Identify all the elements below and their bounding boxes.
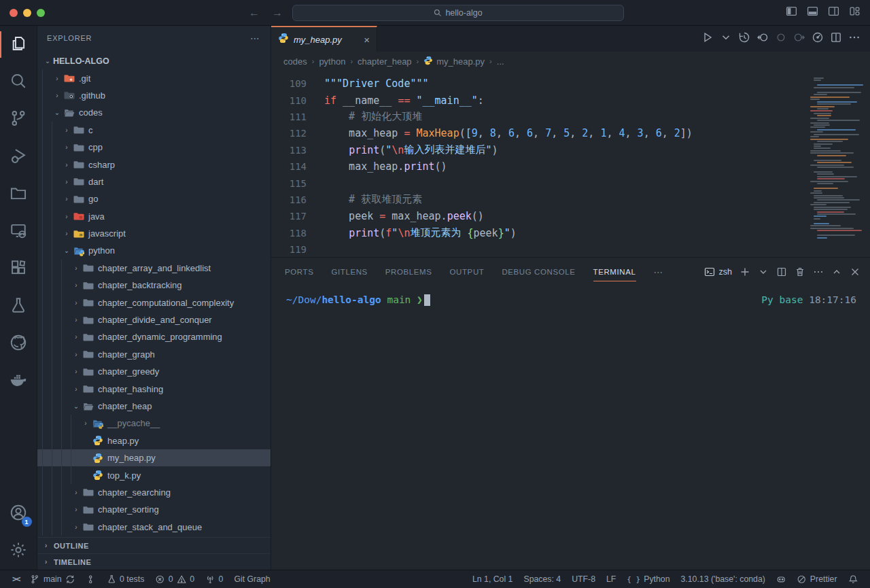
status-git-graph-button[interactable]: Git Graph [228,570,275,588]
tree-file-top-k-py[interactable]: top_k.py [37,466,271,483]
run-dropdown[interactable] [720,31,732,46]
status-ports-button[interactable]: 0 [200,570,228,588]
explorer-more-actions-icon[interactable]: ⋯ [250,33,261,44]
panel-tab-terminal[interactable]: TERMINAL [593,258,636,286]
status-tests-button[interactable]: 0 tests [101,570,150,588]
toggle-panel-icon[interactable] [807,5,818,20]
code-line-109[interactable]: 109"""Driver Code""" [271,75,810,92]
activity-bar-explorer[interactable] [0,26,37,63]
code-line-111[interactable]: 111 # 初始化大顶堆 [271,109,810,125]
activity-bar-accounts[interactable]: 1 [0,495,37,532]
tree-folder-go[interactable]: ›go [37,190,271,207]
tree-folder-chapter-hashing[interactable]: ›chapter_hashing [37,380,271,397]
tree-folder-chapter-graph[interactable]: ›chapter_graph [37,346,271,363]
breadcrumb-item[interactable]: my_heap.py [423,56,485,67]
tree-folder-cpp[interactable]: ›cpp [37,139,271,156]
panel-more-tabs[interactable]: ⋯ [654,258,665,286]
tree-folder-chapter-stack-and-queue[interactable]: ›chapter_stack_and_queue [37,519,271,536]
tree-folder-chapter-heap[interactable]: ⌄chapter_heap [37,398,271,415]
code-line-118[interactable]: 118 print(f"\n堆顶元素为 {peek}") [271,225,810,241]
gitlens-graph-button[interactable] [812,31,824,46]
breadcrumb-item[interactable]: ... [497,56,504,67]
status-python-interpreter[interactable]: 3.10.13 ('base': conda) [676,570,771,588]
tree-folder-javascript[interactable]: ›JSjavascript [37,225,271,242]
terminal-more-actions[interactable] [813,266,824,277]
tree-folder-python[interactable]: ⌄python [37,242,271,259]
tree-folder-chapter-greedy[interactable]: ›chapter_greedy [37,363,271,380]
code-line-110[interactable]: 110if __name__ == "__main__": [271,92,810,108]
tab-my-heap-py[interactable]: my_heap.py × [271,26,377,52]
terminal-dropdown[interactable] [758,266,769,277]
code-line-116[interactable]: 116 # 获取堆顶元素 [271,192,810,208]
status-git-branch[interactable]: main [24,570,80,588]
breadcrumb-item[interactable]: codes [283,56,307,67]
tree-folder--pycache-[interactable]: ›__pycache__ [37,415,271,432]
code-editor[interactable]: 109"""Driver Code"""110if __name__ == "_… [271,71,870,257]
panel-tab-problems[interactable]: PROBLEMS [385,258,432,286]
status-encoding[interactable]: UTF-8 [566,570,601,588]
tree-file-my-heap-py[interactable]: my_heap.py [37,449,271,466]
navigate-forward-icon[interactable]: → [272,7,283,19]
code-line-119[interactable]: 119 [271,241,810,257]
panel-tab-gitlens[interactable]: GITLENS [331,258,367,286]
activity-bar-project-manager[interactable] [0,175,37,213]
tree-folder-chapter-computational-complexity[interactable]: ›chapter_computational_complexity [37,294,271,311]
activity-bar-extensions[interactable] [0,250,37,288]
sidebar-section-outline[interactable]: ›OUTLINE [37,537,271,553]
status-notifications-bell[interactable] [843,570,864,588]
tree-folder-codes[interactable]: ⌄codes [37,104,271,121]
navigate-back-circle-button[interactable] [756,31,769,46]
tree-folder-chapter-searching[interactable]: ›chapter_searching [37,484,271,501]
status-remote-indicator[interactable]: >< [7,570,24,588]
tree-folder-chapter-backtracking[interactable]: ›chapter_backtracking [37,277,271,294]
code-line-115[interactable]: 115 [271,175,810,191]
activity-bar-remote-explorer[interactable] [0,213,37,250]
maximize-panel-button[interactable] [831,266,842,277]
activity-bar-source-control[interactable] [0,101,37,138]
run-button[interactable] [701,31,714,46]
close-panel-button[interactable] [850,266,860,277]
minimap[interactable] [810,77,865,257]
tree-folder-c[interactable]: ›c [37,122,271,139]
tree-folder-chapter-array-and-linkedlist[interactable]: ›chapter_array_and_linkedlist [37,260,271,277]
editor-more-actions-button[interactable] [848,31,860,46]
toggle-primary-sidebar-icon[interactable] [786,5,797,20]
tree-folder-chapter-dynamic-programming[interactable]: ›chapter_dynamic_programming [37,328,271,345]
status-indentation[interactable]: Spaces: 4 [518,570,566,588]
breadcrumb-item[interactable]: chapter_heap [358,56,412,67]
maximize-window-button[interactable] [37,9,45,17]
tree-folder--github[interactable]: ›.github [37,87,271,104]
timeline-history-button[interactable] [738,31,750,46]
split-editor-button[interactable] [830,31,842,46]
activity-bar-settings[interactable] [0,532,37,570]
tree-folder-csharp[interactable]: ›csharp [37,156,271,173]
split-terminal-button[interactable] [776,266,787,277]
activity-bar-testing[interactable] [0,288,37,325]
code-line-112[interactable]: 112 max_heap = MaxHeap([9, 8, 6, 6, 7, 5… [271,125,810,141]
toggle-secondary-sidebar-icon[interactable] [828,5,839,20]
terminal[interactable]: ~/Dow/hello-algo main ❯ Py base 18:17:16 [271,286,870,570]
code-line-113[interactable]: 113 print("\n输入列表并建堆后") [271,142,810,158]
activity-bar-github[interactable] [0,325,37,362]
status-gitlens-button[interactable] [80,570,101,588]
minimize-window-button[interactable] [23,9,31,17]
navigate-forward-circle-button[interactable] [793,31,805,46]
command-center-search[interactable]: hello-algo [292,5,624,21]
activity-bar-search[interactable] [0,63,37,101]
terminal-shell-label[interactable]: zsh [704,266,732,277]
nav-circle-button[interactable] [775,31,787,46]
tree-folder-dart[interactable]: ›dart [37,173,271,190]
status-prettier-button[interactable]: Prettier [791,570,842,588]
tab-close-icon[interactable]: × [364,34,370,46]
status-problems-button[interactable]: 00 [150,570,200,588]
close-window-button[interactable] [10,9,18,17]
tree-folder--git[interactable]: ›.git [37,69,271,86]
panel-tab-ports[interactable]: PORTS [285,258,313,286]
tree-file-heap-py[interactable]: heap.py [37,432,271,449]
navigate-back-icon[interactable]: ← [249,7,260,19]
customize-layout-icon[interactable] [849,5,860,20]
status-copilot-button[interactable] [771,570,792,588]
kill-terminal-button[interactable] [795,266,805,277]
tree-folder-java[interactable]: ›java [37,208,271,225]
code-line-114[interactable]: 114 max_heap.print() [271,158,810,175]
